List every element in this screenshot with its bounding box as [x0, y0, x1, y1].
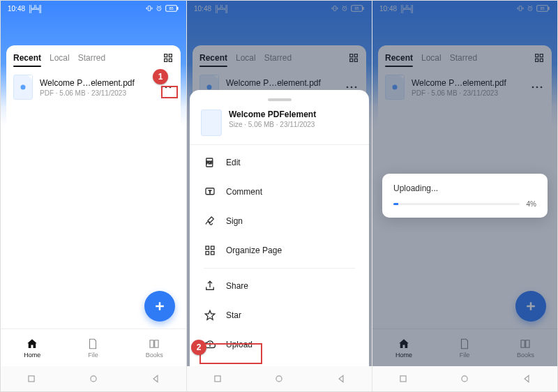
content-card: Recent Local Starred Welcome P…element.p…: [6, 45, 181, 329]
svg-text:PDF: PDF: [206, 161, 213, 165]
svg-rect-0: [148, 6, 150, 11]
svg-rect-3: [177, 7, 178, 10]
bottom-sheet: Welcome PDFelement Size · 5.06 MB · 23/1…: [190, 90, 369, 368]
sheet-file-meta: Size · 5.06 MB · 23/11/2023: [229, 121, 316, 128]
fab-add[interactable]: [144, 291, 175, 322]
sys-recent-icon[interactable]: [213, 374, 223, 384]
file-thumb-icon: [13, 75, 33, 100]
sheet-item-organize[interactable]: Organize Page: [190, 236, 369, 265]
sys-recent-icon[interactable]: [27, 374, 36, 384]
comment-icon: T: [204, 186, 216, 198]
svg-rect-13: [165, 59, 167, 61]
sys-recent-icon[interactable]: [398, 374, 408, 384]
star-icon: [204, 309, 216, 322]
system-nav: [372, 366, 557, 391]
phone-screen-1: 10:48 ╠╩╣ 85 Home ♛ Recent Local: [1, 1, 186, 391]
sys-home-icon[interactable]: [274, 374, 284, 384]
sheet-item-star[interactable]: Star: [190, 301, 369, 330]
svg-rect-11: [165, 54, 167, 57]
svg-point-49: [276, 376, 282, 382]
vibrate-icon: [146, 5, 153, 12]
system-nav: [187, 366, 372, 391]
status-indicator: ╠╩╣: [28, 5, 43, 13]
callout-1: 1: [153, 69, 168, 84]
file-item[interactable]: Welcome P…element.pdf PDF · 5.06 MB · 23…: [13, 70, 174, 104]
sheet-handle[interactable]: [268, 98, 292, 101]
organize-icon: [204, 244, 216, 257]
svg-rect-69: [400, 376, 406, 382]
svg-rect-12: [169, 54, 172, 57]
callout-1-box: [161, 86, 178, 98]
alarm-icon: [156, 5, 163, 12]
share-icon: [204, 280, 216, 292]
nav-home[interactable]: Home: [24, 338, 40, 359]
edit-icon: PDF: [204, 156, 216, 169]
callout-2-box: [199, 343, 262, 364]
upload-percent: 4%: [527, 200, 536, 208]
svg-text:85: 85: [169, 6, 173, 10]
svg-rect-19: [29, 376, 34, 382]
svg-point-15: [21, 85, 26, 90]
svg-rect-46: [206, 252, 209, 255]
nav-file[interactable]: File: [86, 338, 99, 359]
tab-recent[interactable]: Recent: [13, 53, 41, 63]
sheet-file-title: Welcome PDFelement: [229, 110, 316, 119]
callout-2: 2: [191, 340, 206, 355]
phone-screen-3: 10:48 ╠╩╣ 85 Home ♛ Recent Local: [372, 1, 557, 391]
bottom-nav: Home File Books: [1, 329, 186, 366]
upload-toast: Uploading... 4%: [382, 174, 548, 218]
upload-label: Uploading...: [393, 183, 536, 193]
sys-back-icon[interactable]: [336, 374, 346, 384]
tab-local[interactable]: Local: [50, 53, 70, 63]
upload-progress-bar: [393, 203, 520, 205]
svg-rect-48: [215, 376, 220, 382]
battery-icon: 85: [165, 5, 179, 12]
svg-rect-45: [211, 246, 215, 250]
sys-home-icon[interactable]: [89, 374, 98, 384]
grid-view-icon[interactable]: [163, 52, 174, 63]
phone-screen-2: 10:48 ╠╩╣ 85 Home ♛ Recent Local: [186, 1, 372, 391]
sheet-item-sign[interactable]: Sign: [190, 206, 369, 236]
status-time: 10:48: [8, 5, 25, 13]
sheet-item-comment[interactable]: T Comment: [190, 177, 369, 206]
sys-back-icon[interactable]: [151, 374, 160, 384]
svg-rect-14: [169, 59, 172, 61]
sheet-item-edit[interactable]: PDF Edit: [190, 148, 369, 177]
file-meta: PDF · 5.06 MB · 23/11/2023: [40, 89, 151, 97]
sign-icon: [204, 215, 216, 227]
tab-starred[interactable]: Starred: [78, 53, 105, 63]
file-name: Welcome P…element.pdf: [40, 78, 151, 88]
sys-home-icon[interactable]: [460, 374, 469, 384]
status-bar: 10:48 ╠╩╣ 85: [1, 1, 186, 16]
svg-point-70: [462, 376, 467, 382]
sheet-thumb-icon: [201, 110, 222, 136]
svg-text:T: T: [209, 190, 211, 194]
svg-point-20: [91, 376, 96, 382]
system-nav: [1, 366, 186, 391]
nav-books[interactable]: Books: [146, 338, 163, 359]
svg-rect-44: [206, 246, 209, 250]
svg-rect-47: [211, 252, 215, 255]
tabs: Recent Local Starred: [13, 53, 105, 63]
sys-back-icon[interactable]: [522, 374, 531, 384]
sheet-item-share[interactable]: Share: [190, 271, 369, 301]
